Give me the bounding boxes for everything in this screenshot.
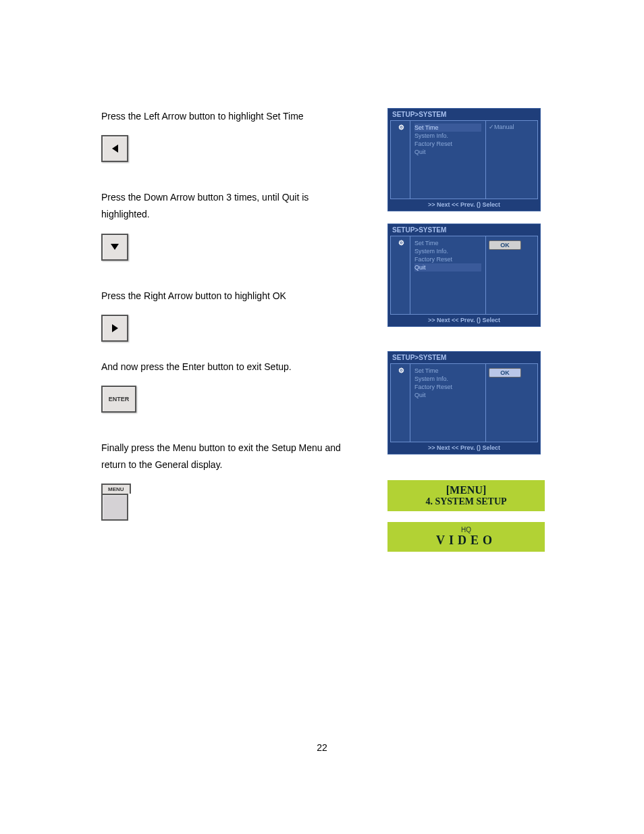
osd-item-system-info: System Info. <box>414 247 481 255</box>
video-label: VIDEO <box>390 533 542 548</box>
step-1-text: Press the Left Arrow button to highlight… <box>101 108 347 125</box>
osd-item-system-info: System Info. <box>414 132 481 140</box>
menu-button-body <box>101 494 128 521</box>
menu-display-line1: [MENU] <box>390 484 542 496</box>
menu-button: MENU <box>101 484 347 521</box>
video-display-panel: HQ VIDEO <box>387 522 545 552</box>
menu-display-panel: [MENU] 4. SYSTEM SETUP <box>387 480 545 511</box>
osd-category-icon: ⚙ <box>391 364 410 442</box>
osd-footer: >> Next << Prev. () Select <box>388 315 540 326</box>
step-3-text: Press the Right Arrow button to highligh… <box>101 288 347 305</box>
step-5: Finally press the Menu button to exit th… <box>101 440 347 521</box>
osd-screenshot-3: SETUP>SYSTEM ⚙ Set Time System Info. Fac… <box>387 351 541 454</box>
menu-button-label: MENU <box>101 484 131 494</box>
enter-button: ENTER <box>101 386 136 413</box>
osd-item-set-time: Set Time <box>414 124 481 132</box>
step-3: Press the Right Arrow button to highligh… <box>101 288 347 413</box>
screenshots-column: SETUP>SYSTEM ⚙ Set Time System Info. Fac… <box>387 108 543 563</box>
right-arrow-button <box>101 315 128 342</box>
osd-breadcrumb: SETUP>SYSTEM <box>388 224 540 236</box>
video-hq-label: HQ <box>390 526 542 533</box>
osd-item-factory-reset: Factory Reset <box>414 255 481 263</box>
osd-right-manual: ✓Manual <box>489 124 535 130</box>
osd-footer: >> Next << Prev. () Select <box>388 442 540 454</box>
osd-item-quit: Quit <box>414 263 481 271</box>
osd-item-factory-reset: Factory Reset <box>414 140 481 148</box>
osd-breadcrumb: SETUP>SYSTEM <box>388 109 540 120</box>
osd-ok-button: OK <box>489 240 521 250</box>
osd-item-quit: Quit <box>414 148 481 156</box>
step-5-text: Finally press the Menu button to exit th… <box>101 440 347 473</box>
down-arrow-button <box>101 234 128 261</box>
osd-screenshot-1: SETUP>SYSTEM ⚙ Set Time System Info. Fac… <box>387 108 541 211</box>
osd-item-set-time: Set Time <box>414 367 481 375</box>
arrow-left-icon <box>112 145 118 153</box>
osd-item-set-time: Set Time <box>414 239 481 247</box>
step-2: Press the Down Arrow button 3 times, unt… <box>101 189 347 260</box>
left-arrow-button <box>101 135 128 162</box>
arrow-right-icon <box>112 324 118 332</box>
page-number: 22 <box>0 742 644 753</box>
menu-display-line2: 4. SYSTEM SETUP <box>390 496 542 507</box>
arrow-down-icon <box>111 244 119 250</box>
osd-item-system-info: System Info. <box>414 375 481 383</box>
step-4-text: And now press the Enter button to exit S… <box>101 359 347 375</box>
osd-category-icon: ⚙ <box>391 121 410 199</box>
osd-category-icon: ⚙ <box>391 236 410 314</box>
enter-button-label: ENTER <box>109 396 130 402</box>
osd-item-factory-reset: Factory Reset <box>414 383 481 391</box>
instructions-column: Press the Left Arrow button to highlight… <box>101 108 347 563</box>
osd-ok-button-highlighted: OK <box>489 368 521 377</box>
osd-screenshot-2: SETUP>SYSTEM ⚙ Set Time System Info. Fac… <box>387 224 541 327</box>
osd-item-quit: Quit <box>414 391 481 399</box>
step-2-text: Press the Down Arrow button 3 times, unt… <box>101 189 347 223</box>
osd-footer: >> Next << Prev. () Select <box>388 199 540 211</box>
step-1: Press the Left Arrow button to highlight… <box>101 108 347 162</box>
osd-breadcrumb: SETUP>SYSTEM <box>388 352 540 363</box>
